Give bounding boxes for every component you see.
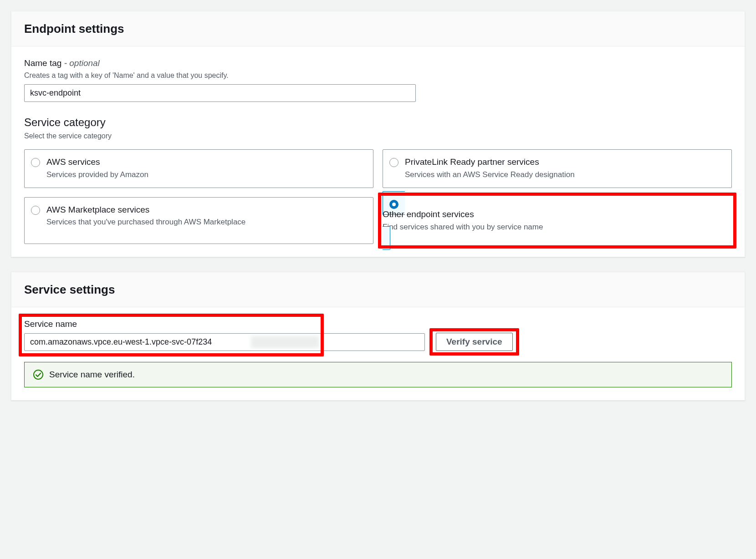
service-settings-body: Service name Verify service Service name… xyxy=(11,307,745,400)
verified-message: Service name verified. xyxy=(49,369,135,381)
service-settings-title: Service settings xyxy=(24,281,732,298)
endpoint-settings-body: Name tag - optional Creates a tag with a… xyxy=(11,46,745,256)
name-tag-input[interactable] xyxy=(24,84,416,102)
optional-suffix: - optional xyxy=(64,58,100,68)
service-category-options: AWS services Services provided by Amazon… xyxy=(24,149,732,244)
check-circle-icon xyxy=(33,369,44,380)
radio-icon xyxy=(389,158,398,167)
service-settings-panel: Service settings Service name Verify ser… xyxy=(11,272,745,401)
service-name-input[interactable] xyxy=(24,333,425,351)
radio-marketplace[interactable]: AWS Marketplace services Services that y… xyxy=(24,197,373,244)
radio-icon xyxy=(31,206,40,215)
service-settings-header: Service settings xyxy=(11,272,745,307)
radio-aws-services[interactable]: AWS services Services provided by Amazon xyxy=(24,149,373,188)
service-name-label: Service name xyxy=(24,318,425,330)
radio-other-endpoint-services[interactable]: Other endpoint services Find services sh… xyxy=(383,191,732,250)
service-name-row: Service name Verify service xyxy=(24,318,732,351)
radio-privatelink-ready[interactable]: PrivateLink Ready partner services Servi… xyxy=(383,149,732,188)
service-category-title: Service category xyxy=(24,115,732,130)
name-tag-label: Name tag - optional xyxy=(24,57,732,70)
radio-icon xyxy=(389,200,398,209)
svg-point-0 xyxy=(34,370,43,379)
endpoint-settings-header: Endpoint settings xyxy=(11,11,745,46)
endpoint-settings-title: Endpoint settings xyxy=(24,20,732,37)
radio-icon xyxy=(31,158,40,167)
service-category-help: Select the service category xyxy=(24,131,732,141)
name-tag-help: Creates a tag with a key of 'Name' and a… xyxy=(24,71,732,81)
verify-service-button[interactable]: Verify service xyxy=(436,333,513,351)
endpoint-settings-panel: Endpoint settings Name tag - optional Cr… xyxy=(11,11,745,257)
verified-alert: Service name verified. xyxy=(24,362,732,388)
name-tag-field: Name tag - optional Creates a tag with a… xyxy=(24,57,732,102)
service-name-field: Service name xyxy=(24,318,425,351)
